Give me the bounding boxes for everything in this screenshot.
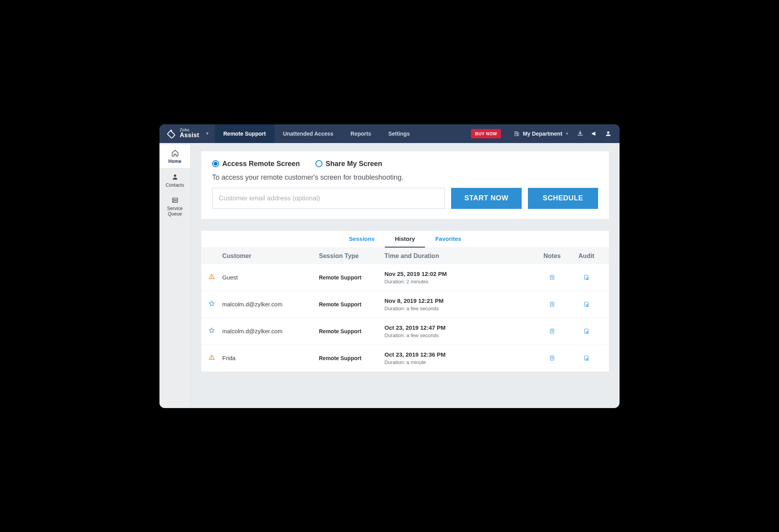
sidebar-item-label: Contacts [166, 182, 184, 188]
cell-time: Oct 23, 2019 12:47 PMDuration: a few sec… [384, 324, 533, 338]
top-nav: Zoho Assist ▼ Remote SupportUnattended A… [159, 124, 620, 143]
audit-icon[interactable] [571, 328, 602, 335]
brand-chevron-down-icon[interactable]: ▼ [205, 131, 209, 136]
notes-icon[interactable] [536, 328, 568, 335]
department-dropdown[interactable]: My Department ▼ [508, 124, 574, 143]
cell-time: Nov 8, 2019 12:21 PMDuration: a few seco… [384, 297, 533, 311]
star-icon [208, 327, 219, 336]
radio-access-remote-label: Access Remote Screen [222, 160, 300, 168]
cell-customer: malcolm.d@zylker.com [222, 328, 316, 334]
customer-email-input[interactable] [212, 188, 445, 209]
cell-customer: malcolm.d@zylker.com [222, 301, 316, 308]
cell-session-type: Remote Support [319, 355, 381, 361]
star-icon [208, 300, 219, 309]
radio-dot-icon [212, 160, 219, 167]
audit-icon[interactable] [571, 355, 602, 362]
th-customer: Customer [222, 253, 316, 260]
cell-session-type: Remote Support [319, 274, 381, 281]
table-row[interactable]: GuestRemote SupportNov 25, 2019 12:02 PM… [201, 264, 609, 291]
radio-share-screen-label: Share My Screen [326, 160, 382, 168]
sessions-panel: SessionsHistoryFavorites Customer Sessio… [201, 230, 609, 372]
cell-session-type: Remote Support [319, 328, 381, 334]
brand[interactable]: Zoho Assist ▼ [159, 124, 215, 143]
access-action-row: START NOW SCHEDULE [212, 188, 598, 209]
nav-tab-remote-support[interactable]: Remote Support [215, 124, 274, 143]
brand-text: Zoho Assist [180, 128, 199, 139]
brand-logo-icon [166, 129, 176, 138]
sidebar-item-home[interactable]: Home [159, 145, 190, 168]
panel-tab-sessions[interactable]: Sessions [339, 231, 385, 247]
th-notes: Notes [536, 253, 568, 260]
cell-customer: Frida [222, 355, 316, 361]
notes-icon[interactable] [536, 274, 568, 281]
notes-icon[interactable] [536, 355, 568, 362]
buy-now-button[interactable]: BUY NOW [471, 129, 501, 138]
contacts-icon [171, 173, 179, 181]
download-icon[interactable] [577, 130, 584, 137]
main-area: Access Remote Screen Share My Screen To … [191, 143, 620, 408]
nav-tab-settings[interactable]: Settings [380, 124, 418, 143]
top-nav-tabs: Remote SupportUnattended AccessReportsSe… [215, 124, 418, 143]
service-queue-icon [171, 196, 179, 204]
chevron-down-icon: ▼ [565, 132, 569, 136]
top-right-icons [574, 124, 620, 143]
brand-big: Assist [180, 132, 199, 139]
profile-icon[interactable] [605, 130, 612, 137]
app-window: Zoho Assist ▼ Remote SupportUnattended A… [159, 124, 620, 408]
sidebar-item-label: Home [168, 159, 181, 164]
cell-time: Oct 23, 2019 12:36 PMDuration: a minute [384, 351, 533, 365]
building-icon [513, 131, 520, 137]
table-row[interactable]: malcolm.d@zylker.comRemote SupportOct 23… [201, 318, 609, 345]
body: HomeContactsService Queue Access Remote … [159, 143, 620, 408]
panel-tab-favorites[interactable]: Favorites [425, 231, 471, 247]
sidebar-item-contacts[interactable]: Contacts [159, 168, 190, 192]
notes-icon[interactable] [536, 301, 568, 308]
table-body: GuestRemote SupportNov 25, 2019 12:02 PM… [201, 264, 609, 372]
sidebar: HomeContactsService Queue [159, 143, 191, 408]
access-mode-row: Access Remote Screen Share My Screen [212, 160, 598, 168]
nav-tab-reports[interactable]: Reports [342, 124, 380, 143]
table-row[interactable]: FridaRemote SupportOct 23, 2019 12:36 PM… [201, 345, 609, 372]
cell-session-type: Remote Support [319, 301, 381, 308]
cell-customer: Guest [222, 274, 316, 281]
nav-tab-unattended-access[interactable]: Unattended Access [274, 124, 342, 143]
panel-tab-history[interactable]: History [385, 231, 425, 247]
radio-circle-icon [315, 160, 322, 167]
sessions-tabs: SessionsHistoryFavorites [201, 231, 609, 248]
schedule-button[interactable]: SCHEDULE [528, 188, 598, 209]
radio-access-remote[interactable]: Access Remote Screen [212, 160, 300, 168]
home-icon [171, 149, 179, 157]
audit-icon[interactable] [571, 274, 602, 281]
announcements-icon[interactable] [591, 130, 598, 137]
table-header: Customer Session Type Time and Duration … [201, 248, 609, 264]
warning-icon [208, 354, 219, 362]
access-panel: Access Remote Screen Share My Screen To … [201, 151, 609, 219]
sidebar-item-label: Service Queue [167, 206, 182, 217]
access-lead-text: To access your remote customer's screen … [212, 173, 598, 182]
department-label: My Department [523, 131, 562, 137]
sidebar-item-service-queue[interactable]: Service Queue [159, 192, 190, 221]
start-now-button[interactable]: START NOW [451, 188, 522, 209]
audit-icon[interactable] [571, 301, 602, 308]
th-type: Session Type [319, 253, 381, 260]
th-time: Time and Duration [384, 253, 533, 260]
warning-icon [208, 273, 219, 282]
th-audit: Audit [571, 253, 602, 260]
cell-time: Nov 25, 2019 12:02 PMDuration: 2 minutes [384, 270, 533, 285]
radio-share-screen[interactable]: Share My Screen [315, 160, 382, 168]
table-row[interactable]: malcolm.d@zylker.comRemote SupportNov 8,… [201, 291, 609, 318]
